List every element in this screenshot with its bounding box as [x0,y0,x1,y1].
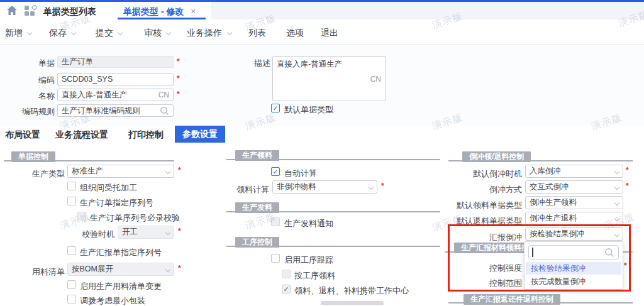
dropdown-option-selected[interactable]: 按检验结果倒冲 [526,262,621,275]
home-icon[interactable] [6,5,18,16]
auto-calc-checkbox[interactable]: ✓ [271,167,280,176]
doc-field-value: 生产订单 [62,57,93,67]
pick-calc-select[interactable]: 非倒冲物料 [272,180,377,194]
report-serial-checkbox[interactable] [67,246,76,255]
chevron-down-icon [614,231,619,236]
exit-button[interactable]: 退出 [321,28,338,39]
name-field[interactable]: 直接入库-普通生产 CN [57,89,174,101]
pick-by-process-label: 按工序领料 [294,270,335,281]
desc-textarea[interactable]: 直接入库-普通生产 CN [272,56,386,101]
min-package-label: 调拨考虑最小包装 [80,295,145,306]
code-field[interactable]: SCDD03_SYS [57,73,174,85]
default-return-type-select[interactable]: 倒冲生产退料 [525,212,623,225]
tab-doc-type-edit[interactable]: 单据类型 - 修改 × [123,6,196,18]
default-pick-type-select[interactable]: 倒冲生产领料 [525,196,623,209]
chevron-down-icon [614,168,619,173]
chevron-down-icon [165,168,170,173]
tab-print-control[interactable]: 打印控制 [128,129,164,141]
check-icon: ✓ [272,105,278,112]
search-icon[interactable] [160,106,169,116]
issue-notice-checkbox [271,217,280,226]
check-timing-label: 校验时机 [63,229,114,240]
code-rule-field-label: 编码规则 [13,106,55,117]
language-badge: CN [158,90,169,99]
bom-change-checkbox[interactable] [67,280,76,289]
control-scope-label: 控制范围 [434,278,522,289]
tab-workflow-settings[interactable]: 业务流程设置 [55,129,108,141]
tab-doc-type-list[interactable]: 单据类型列表 [43,6,96,18]
tab-label: 参数设置 [182,129,218,140]
default-doc-type-checkbox[interactable]: ✓ [271,104,280,112]
select-value: 倒冲生产领料 [530,197,615,208]
code-rule-field[interactable]: 生产订单标准编码规则 [57,104,174,117]
work-center-label: 领料、退料、补料携带工作中心 [294,285,409,297]
default-pick-type-label: 默认领料单据类型 [434,200,522,211]
section-title-report-material: 生产汇报材料领料控制 [454,243,525,253]
serial-check-required-checkbox [77,212,86,221]
section-title-doc-control: 单据控制 [11,151,55,162]
required-mark: * [177,74,180,83]
business-ops-button[interactable]: 业务操作 [187,28,222,39]
check-timing-select: 开工 [118,226,174,239]
bom-change-label: 启用生产用料清单变更 [80,281,162,292]
section-title-material-issue: 生产发料 [235,202,279,213]
chevron-down-icon [165,229,170,234]
tab-label: 单据类型 - 修改 [123,6,184,16]
auto-calc-label: 自动计算 [284,168,317,179]
section-title-report-return: 生产汇报返还件退料控制 [464,294,560,305]
section-title-process-control: 工序控制 [235,237,279,248]
name-field-label: 名称 [13,90,55,102]
org-entrust-label: 组织间受托加工 [80,182,137,194]
required-mark: * [626,182,629,190]
order-serial-label: 生产订单指定序列号 [80,197,153,209]
tab-parameter-settings[interactable]: 参数设置 [175,126,225,143]
chevron-down-icon [369,184,374,189]
code-field-value: SCDD03_SYS [62,75,169,84]
backflush-timing-select[interactable]: 入库倒冲 [525,165,623,178]
chevron-down-icon [614,216,619,221]
dropdown-option[interactable]: 按完成数量倒冲 [526,276,621,288]
save-button[interactable]: 保存 [49,28,67,39]
new-button[interactable]: 新增 [5,28,23,39]
tab-label: 单据类型列表 [43,6,96,16]
select-value: 标准生产 [72,166,166,177]
required-mark: * [178,264,181,273]
code-field-label: 编码 [13,75,55,86]
desc-field-label: 描述 [252,58,270,69]
app-window: 单据类型列表 单据类型 - 修改 × 新增 保存 提交 审核 业务操作 列表 选… [0,0,644,306]
order-serial-checkbox[interactable] [67,197,76,205]
option-label: 按完成数量倒冲 [531,276,586,287]
list-button[interactable]: 列表 [248,28,266,39]
name-field-value: 直接入库-普通生产 [62,90,156,101]
backflush-timing-label: 默认倒冲时机 [434,168,522,180]
select-value: 按检验结果倒冲 [530,229,615,239]
audit-button[interactable]: 审核 [144,28,162,39]
chevron-down-icon [165,266,170,271]
horizontal-scrollbar-thumb[interactable] [321,301,384,305]
select-value: 入库倒冲 [530,166,615,177]
backflush-mode-label: 倒冲方式 [434,184,522,195]
select-value: 开工 [122,227,166,238]
apps-grid-icon[interactable] [24,5,37,16]
control-strength-label: 控制强度 [434,263,522,274]
required-mark: * [178,227,181,236]
prod-type-select[interactable]: 标准生产 [67,165,174,178]
min-package-checkbox[interactable] [67,295,76,303]
doc-field-label: 单据 [13,58,55,69]
submit-button[interactable]: 提交 [96,28,113,39]
issue-notice-label: 生产发料通知 [284,218,333,229]
report-backflush-label: 汇报倒冲 [434,232,522,243]
desc-value: 直接入库-普通生产 [277,59,342,70]
report-backflush-select[interactable]: 按检验结果倒冲 [525,227,623,241]
bom-list-label: 用料清单 [13,266,65,278]
option-label: 按检验结果倒冲 [531,263,586,274]
backflush-mode-select[interactable]: 交互式倒冲 [525,180,623,194]
options-button[interactable]: 选项 [286,28,304,39]
serial-check-required-label: 生产订单序列号必录校验 [90,212,180,224]
process-track-checkbox[interactable] [271,254,280,263]
tab-layout-settings[interactable]: 布局设置 [5,129,40,141]
search-icon [604,248,614,258]
close-icon[interactable]: × [191,6,196,16]
org-entrust-checkbox[interactable] [67,182,76,190]
chevron-down-icon [614,200,619,205]
